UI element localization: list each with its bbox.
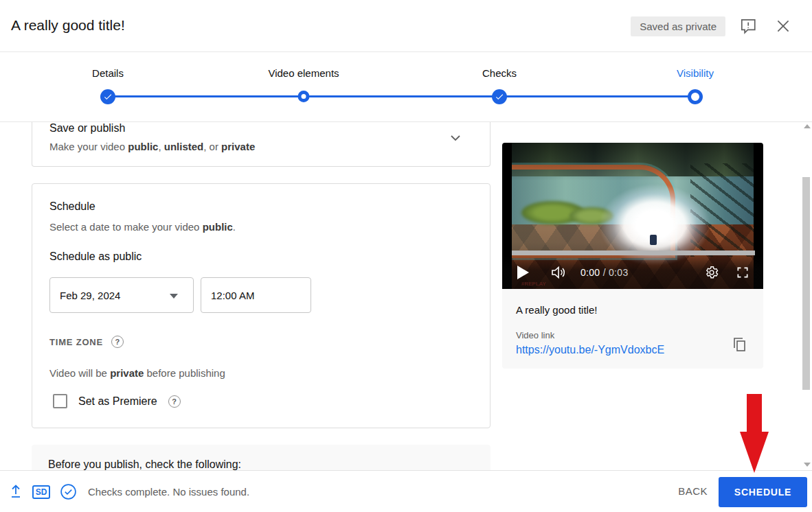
date-dropdown[interactable]: Feb 29, 2024 [49,277,194,313]
video-link-label: Video link [516,330,554,340]
timezone-label: TIME ZONE [49,337,103,347]
video-player: #REPLAY 0:00 / 0:03 [502,143,763,289]
vertical-scrollbar [801,122,812,470]
chevron-down-icon[interactable] [447,130,464,146]
fullscreen-icon[interactable] [736,266,749,279]
tab-checks[interactable]: Checks [482,67,517,79]
time-display: 0:00 / 0:03 [580,267,628,278]
volume-icon[interactable] [550,264,568,281]
step-circle-visibility[interactable] [688,89,703,104]
stepper-line [108,95,695,97]
step-circle-details[interactable] [100,89,115,104]
video-link-url[interactable]: https://youtu.be/-YgmVdoxbcE [516,344,664,356]
video-title: A really good title! [516,304,597,316]
tab-details[interactable]: Details [92,67,124,79]
video-preview-card: #REPLAY 0:00 / 0:03 [502,143,763,369]
save-or-publish-title: Save or publish [49,122,125,135]
player-controls: 0:00 / 0:03 [502,255,763,289]
upload-status-icon [9,483,23,500]
step-circle-checks[interactable] [492,89,507,104]
schedule-title: Schedule [49,200,95,213]
tab-visibility[interactable]: Visibility [677,67,714,79]
privacy-note: Video will be private before publishing [49,367,225,379]
step-circle-video-elements[interactable] [298,91,310,102]
schedule-description: Select a date to make your video public. [49,221,236,233]
checks-complete-icon [60,483,77,500]
page-title: A really good title! [11,17,125,34]
progress-bar[interactable] [512,251,755,255]
checks-status-text: Checks complete. No issues found. [88,486,249,498]
premiere-label: Set as Premiere [78,395,157,408]
dropdown-caret-icon [170,294,178,299]
check-icon [495,92,504,102]
timezone-row: TIME ZONE ? [49,336,124,348]
video-info-panel: A really good title! Video link https://… [502,289,763,369]
dialog-header: A really good title! Saved as private [0,0,812,52]
content-divider [0,121,812,122]
schedule-button[interactable]: SCHEDULE [719,477,807,507]
time-value: 12:00 AM [211,290,254,301]
date-value: Feb 29, 2024 [60,290,120,301]
premiere-row: Set as Premiere ? [53,394,181,408]
feedback-icon[interactable] [739,17,757,35]
sd-quality-badge: SD [32,485,50,499]
play-icon[interactable] [516,265,530,280]
save-or-publish-card[interactable]: Save or publish Make your video public, … [32,122,490,167]
tab-video-elements[interactable]: Video elements [268,67,339,79]
back-button[interactable]: BACK [678,485,708,497]
timezone-help-icon[interactable]: ? [111,336,124,348]
check-icon [103,92,113,102]
premiere-checkbox[interactable] [53,394,67,408]
premiere-help-icon[interactable]: ? [168,395,181,408]
copy-icon[interactable] [732,336,748,353]
settings-gear-icon[interactable] [704,265,719,280]
dialog-footer: SD Checks complete. No issues found. BAC… [0,470,812,512]
scrollbar-down-arrow[interactable] [804,463,811,467]
scrollbar-up-arrow[interactable] [804,124,811,128]
time-field[interactable]: 12:00 AM [201,277,311,313]
save-or-publish-description: Make your video public, unlisted, or pri… [49,141,255,152]
upload-stepper: Details Video elements Checks Visibility [0,52,812,121]
schedule-card: Schedule Select a date to make your vide… [32,183,490,428]
status-badge: Saved as private [631,16,725,36]
scrollbar-thumb[interactable] [802,177,810,390]
schedule-as-public-label: Schedule as public [49,251,142,263]
close-icon[interactable] [774,17,792,35]
before-publish-heading: Before you publish, check the following: [48,458,241,471]
